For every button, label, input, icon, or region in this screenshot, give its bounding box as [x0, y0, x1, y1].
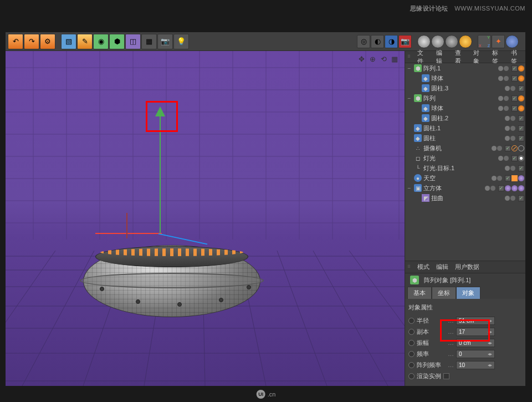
material-ball-2[interactable]: [431, 35, 444, 48]
om-menu-bookmarks[interactable]: 书签: [511, 49, 523, 65]
om-menu-file[interactable]: 文件: [417, 49, 429, 65]
spinner-icon[interactable]: ◂▸: [488, 352, 492, 357]
tree-row[interactable]: −⬢阵列.1 ✓: [405, 63, 525, 73]
tree-row[interactable]: ◻灯光 ✓: [405, 153, 525, 163]
visibility-dot-editor[interactable]: [492, 176, 497, 181]
tree-row[interactable]: ●天空 ✓: [405, 173, 525, 183]
material-ball-3[interactable]: [445, 35, 458, 48]
tree-row[interactable]: −⬢阵列 ✓: [405, 93, 525, 103]
visibility-dot-editor[interactable]: [498, 66, 503, 71]
tree-row[interactable]: −▣立方体 ✓: [405, 183, 525, 193]
visibility-dot-render[interactable]: [504, 156, 509, 161]
object-tree[interactable]: −⬢阵列.1 ✓◆球体 ✓◆圆柱.3 ✓−⬢阵列 ✓◆球体 ✓◆圆柱.2 ✓◆圆…: [405, 63, 525, 203]
tree-row[interactable]: ◆圆柱.3 ✓: [405, 83, 525, 93]
viewport-layout-icon[interactable]: ▦: [390, 54, 399, 63]
material-ball-4[interactable]: [459, 35, 472, 48]
attribute-title-text: 阵列对象 [阵列.1]: [424, 276, 470, 284]
tree-row[interactable]: ◆球体 ✓: [405, 73, 525, 83]
tree-row[interactable]: ◆球体 ✓: [405, 103, 525, 113]
visibility-dot-editor[interactable]: [505, 136, 510, 141]
visibility-dot-render[interactable]: [510, 196, 515, 201]
attr-tab-basic[interactable]: 基本: [407, 287, 432, 299]
am-menu-edit[interactable]: 编辑: [436, 263, 448, 271]
render-region-button[interactable]: ◐: [371, 35, 384, 48]
viewport-zoom-icon[interactable]: ⊕: [368, 54, 377, 63]
visibility-dot-render[interactable]: [497, 176, 502, 181]
pen-tool-button[interactable]: ✎: [77, 34, 93, 49]
tree-row[interactable]: ◩扭曲 ✓: [405, 193, 525, 203]
visibility-dot-render[interactable]: [510, 126, 515, 131]
attr-bullet-icon: [408, 351, 415, 357]
picture-viewer-button[interactable]: 📷: [398, 35, 412, 48]
visibility-dot-render[interactable]: [497, 146, 502, 151]
fit-view-button[interactable]: ✦: [492, 35, 505, 48]
undo-button[interactable]: ↶: [8, 34, 23, 49]
am-menu-userdata[interactable]: 用户数据: [455, 263, 479, 271]
array-button[interactable]: ⬢: [109, 34, 125, 49]
visibility-dot-editor[interactable]: [485, 186, 490, 191]
visibility-dot-render[interactable]: [510, 166, 515, 171]
layout-button[interactable]: [505, 35, 519, 48]
visibility-dot-editor[interactable]: [505, 86, 510, 91]
visibility-dot-render[interactable]: [510, 116, 515, 121]
visibility-dot-editor[interactable]: [505, 126, 510, 131]
om-menu-edit[interactable]: 编辑: [436, 49, 448, 65]
camera-button[interactable]: 📷: [157, 34, 173, 49]
spinner-icon[interactable]: ◂▸: [488, 363, 492, 368]
visibility-dot-render[interactable]: [510, 86, 515, 91]
visibility-dot-render[interactable]: [510, 136, 515, 141]
render-instance-checkbox[interactable]: [443, 373, 449, 379]
nurbs-button[interactable]: ◉: [93, 34, 109, 49]
panel-grip-icon[interactable]: ⠿: [407, 264, 410, 269]
attr-value-field[interactable]: 0◂▸: [456, 350, 495, 358]
tree-row[interactable]: ◆圆柱 ✓: [405, 133, 525, 143]
visibility-dot-render[interactable]: [504, 76, 509, 81]
viewport[interactable]: ✥ ⊕ ⟲ ▦: [6, 51, 405, 386]
render-active-button[interactable]: ◑: [385, 35, 398, 48]
om-menu-objects[interactable]: 对象: [473, 49, 485, 65]
history-button[interactable]: ⚙: [40, 34, 55, 49]
visibility-dot-editor[interactable]: [498, 156, 503, 161]
panel-grip-icon[interactable]: ⠿: [407, 54, 410, 59]
om-menu-tags[interactable]: 标签: [492, 49, 504, 65]
viewport-rotate-icon[interactable]: ⟲: [379, 54, 388, 63]
tree-row[interactable]: ◆圆柱.1 ✓: [405, 123, 525, 133]
axis-toggle-button[interactable]: YXZ: [478, 35, 491, 48]
light-button[interactable]: 💡: [173, 34, 189, 49]
environment-button[interactable]: ▦: [141, 34, 157, 49]
tree-expand-icon[interactable]: −: [406, 95, 412, 101]
ufo-top-ring: [95, 246, 248, 267]
redo-button[interactable]: ↷: [24, 34, 39, 49]
tree-row[interactable]: ◆圆柱.2 ✓: [405, 113, 525, 123]
tree-expand-icon[interactable]: −: [406, 65, 412, 72]
visibility-dot-editor[interactable]: [498, 96, 503, 101]
render-view-button[interactable]: ◎: [357, 35, 370, 48]
visibility-dot-render[interactable]: [504, 66, 509, 71]
material-ball-1[interactable]: [417, 35, 431, 48]
visibility-dot-editor[interactable]: [505, 166, 510, 171]
viewport-pan-icon[interactable]: ✥: [357, 54, 366, 63]
visibility-dot-editor[interactable]: [498, 76, 503, 81]
attr-tab-object[interactable]: 对象: [456, 287, 480, 299]
visibility-dot-editor[interactable]: [492, 146, 497, 151]
cube-primitive-button[interactable]: ▧: [61, 34, 76, 49]
tree-expand-icon[interactable]: −: [406, 185, 412, 191]
object-tree-empty-area[interactable]: [405, 203, 525, 261]
visibility-dot-render[interactable]: [504, 96, 509, 101]
attr-value-field[interactable]: 10◂▸: [456, 361, 495, 369]
rotation-handle[interactable]: [126, 213, 127, 238]
ufo-model[interactable]: [83, 245, 260, 317]
visibility-dot-editor[interactable]: [498, 106, 503, 111]
deformer-button[interactable]: ◫: [125, 34, 141, 49]
visibility-dot-editor[interactable]: [505, 196, 510, 201]
visibility-dot-editor[interactable]: [505, 116, 510, 121]
visibility-dot-render[interactable]: [504, 106, 509, 111]
tree-row[interactable]: └灯光.目标.1 ✓: [405, 163, 525, 173]
am-menu-mode[interactable]: 模式: [417, 263, 429, 271]
attr-tab-coord[interactable]: 坐标: [432, 287, 456, 299]
visibility-dot-render[interactable]: [490, 186, 495, 191]
tree-row[interactable]: ∴摄像机 ✓: [405, 143, 525, 153]
om-menu-view[interactable]: 查看: [455, 49, 467, 65]
tree-item-name: 阵列: [423, 94, 498, 103]
object-manager-header: ⠿ 文件 编辑 查看 对象 标签 书签: [405, 51, 525, 63]
